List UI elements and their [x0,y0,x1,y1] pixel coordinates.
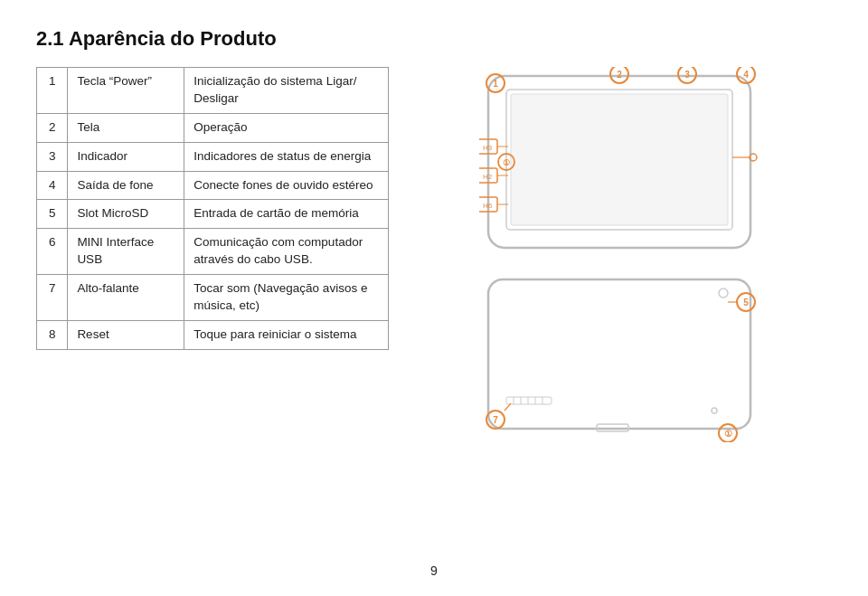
svg-text:4: 4 [743,70,749,80]
row-name: Tecla “Power” [68,68,184,114]
svg-text:①: ① [724,429,732,439]
svg-text:3: 3 [684,70,690,80]
row-num: 3 [37,142,68,171]
svg-text:1: 1 [493,79,498,89]
svg-text:7: 7 [493,415,498,425]
table-row: 8ResetToque para reiniciar o sistema [37,320,389,349]
svg-text:H6: H6 [483,202,493,210]
row-name: Indicador [68,142,184,171]
page-container: 2.1 Aparência do Produto 1Tecla “Power”I… [0,0,868,596]
row-num: 6 [37,229,68,275]
diagram-bottom: 5 7 ① [479,266,760,438]
row-desc: Comunicação com computador através do ca… [184,229,389,275]
row-desc: Operação [184,113,389,142]
table-row: 4Saída de foneConecte fones de ouvido es… [37,171,389,200]
table-row: 5Slot MicroSDEntrada de cartão de memóri… [37,200,389,229]
table-section: 1Tecla “Power”Inicialização do sistema L… [36,67,389,556]
row-name: Tela [68,113,184,142]
svg-text:2: 2 [617,70,622,80]
row-num: 2 [37,113,68,142]
row-num: 5 [37,200,68,229]
row-num: 1 [37,68,68,114]
row-num: 8 [37,320,68,349]
table-row: 3IndicadorIndicadores de status de energ… [37,142,389,171]
svg-rect-2 [511,94,728,225]
svg-text:H3: H3 [483,144,493,152]
row-num: 7 [37,275,68,321]
content-area: 1Tecla “Power”Inicialização do sistema L… [36,67,832,556]
table-row: 7Alto-falanteTocar som (Navegação avisos… [37,275,389,321]
svg-text:5: 5 [743,298,749,307]
svg-text:H2: H2 [483,173,493,181]
row-name: Slot MicroSD [68,200,184,229]
row-num: 4 [37,171,68,200]
page-number: 9 [36,563,832,578]
diagram-section: 1 2 3 4 H3 H2 [407,67,832,556]
row-desc: Indicadores de status de energia [184,142,389,171]
row-desc: Entrada de cartão de memória [184,200,389,229]
svg-point-25 [719,289,728,298]
page-title: 2.1 Aparência do Produto [36,27,832,51]
row-name: Alto-falante [68,275,184,321]
product-table: 1Tecla “Power”Inicialização do sistema L… [36,67,389,350]
row-name: Reset [68,320,184,349]
row-name: MINI Interface USB [68,229,184,275]
svg-text:①: ① [503,158,510,167]
row-desc: Toque para reiniciar o sistema [184,320,389,349]
table-row: 1Tecla “Power”Inicialização do sistema L… [37,68,389,114]
row-desc: Tocar som (Navegação avisos e música, et… [184,275,389,321]
row-desc: Conecte fones de ouvido estéreo [184,171,389,200]
svg-rect-24 [488,279,750,429]
diagram-top: 1 2 3 4 H3 H2 [479,67,760,257]
row-desc: Inicialização do sistema Ligar/ Desligar [184,68,389,114]
table-row: 6MINI Interface USBComunicação com compu… [37,229,389,275]
svg-point-32 [712,408,717,413]
row-name: Saída de fone [68,171,184,200]
table-row: 2TelaOperação [37,113,389,142]
